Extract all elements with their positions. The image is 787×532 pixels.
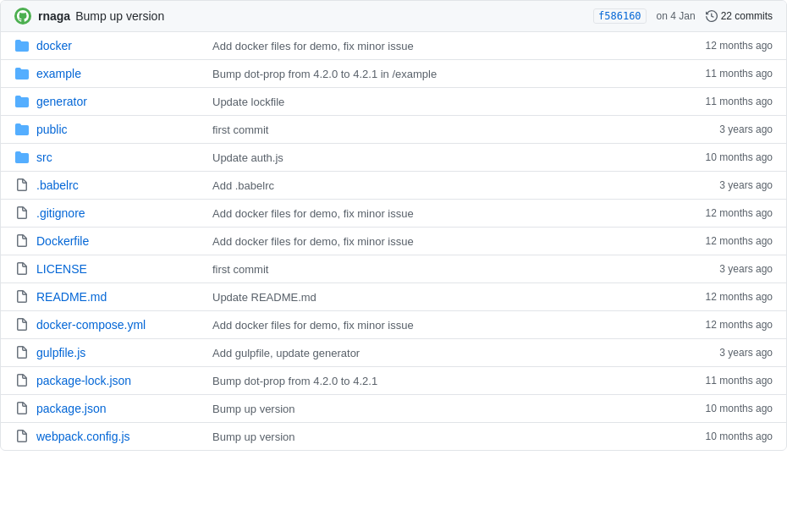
folder-icon bbox=[14, 94, 30, 109]
file-time: 11 months ago bbox=[671, 96, 773, 107]
file-commit-message: Add gulpfile, update generator bbox=[212, 347, 664, 359]
folder-icon bbox=[15, 151, 29, 164]
folder-icon bbox=[14, 66, 30, 81]
file-icon bbox=[14, 345, 30, 360]
file-time: 12 months ago bbox=[671, 207, 773, 219]
user-avatar bbox=[14, 8, 31, 25]
file-name[interactable]: src bbox=[36, 151, 206, 164]
file-name[interactable]: docker-compose.yml bbox=[36, 318, 206, 332]
repo-table: rnaga Bump up version f586160 on 4 Jan 2… bbox=[0, 0, 787, 451]
file-time: 11 months ago bbox=[671, 375, 773, 387]
table-row: generator Update lockfile 11 months ago bbox=[1, 88, 786, 116]
file-commit-message: Update auth.js bbox=[212, 151, 664, 164]
file-commit-message: Add docker files for demo, fix minor iss… bbox=[212, 207, 664, 220]
file-name[interactable]: generator bbox=[36, 95, 206, 108]
file-name[interactable]: webpack.config.js bbox=[36, 430, 206, 443]
file-commit-message: Bump dot-prop from 4.2.0 to 4.2.1 in /ex… bbox=[212, 68, 664, 80]
file-time: 10 months ago bbox=[671, 151, 773, 163]
file-name[interactable]: .babelrc bbox=[36, 178, 206, 192]
file-name[interactable]: LICENSE bbox=[36, 262, 206, 276]
file-time: 3 years ago bbox=[671, 179, 773, 191]
file-commit-message: first commit bbox=[212, 263, 664, 276]
folder-icon bbox=[15, 123, 29, 136]
file-icon bbox=[15, 402, 29, 415]
file-icon bbox=[15, 318, 29, 332]
file-time: 12 months ago bbox=[671, 291, 773, 303]
file-icon bbox=[15, 290, 29, 304]
file-rows-container: docker Add docker files for demo, fix mi… bbox=[1, 32, 786, 450]
file-time: 12 months ago bbox=[671, 40, 773, 52]
file-commit-message: Update README.md bbox=[212, 291, 664, 304]
file-time: 3 years ago bbox=[671, 263, 773, 275]
file-icon bbox=[14, 401, 30, 416]
file-name[interactable]: example bbox=[36, 67, 206, 80]
file-name[interactable]: .gitignore bbox=[36, 206, 206, 220]
folder-icon bbox=[15, 39, 29, 52]
file-commit-message: Add .babelrc bbox=[212, 179, 664, 192]
commit-message: Bump up version bbox=[75, 9, 164, 23]
table-row: README.md Update README.md 12 months ago bbox=[1, 283, 786, 311]
table-row: gulpfile.js Add gulpfile, update generat… bbox=[1, 339, 786, 367]
table-row: docker-compose.yml Add docker files for … bbox=[1, 311, 786, 339]
file-time: 12 months ago bbox=[671, 319, 773, 331]
file-commit-message: Add docker files for demo, fix minor iss… bbox=[212, 40, 664, 52]
file-commit-message: Update lockfile bbox=[212, 96, 664, 108]
file-icon bbox=[15, 374, 29, 387]
file-commit-message: Add docker files for demo, fix minor iss… bbox=[212, 319, 664, 332]
file-icon bbox=[15, 262, 29, 276]
commits-link[interactable]: 22 commits bbox=[706, 10, 773, 22]
table-row: .babelrc Add .babelrc 3 years ago bbox=[1, 172, 786, 200]
commit-user[interactable]: rnaga bbox=[38, 9, 70, 23]
file-icon bbox=[14, 317, 30, 332]
table-row: docker Add docker files for demo, fix mi… bbox=[1, 32, 786, 60]
folder-icon bbox=[14, 150, 30, 165]
file-name[interactable]: docker bbox=[36, 39, 206, 52]
file-icon bbox=[14, 206, 30, 221]
table-row: Dockerfile Add docker files for demo, fi… bbox=[1, 228, 786, 255]
file-icon bbox=[15, 178, 29, 192]
file-icon bbox=[15, 234, 29, 248]
table-row: public first commit 3 years ago bbox=[1, 116, 786, 144]
file-commit-message: Add docker files for demo, fix minor iss… bbox=[212, 235, 664, 248]
file-time: 10 months ago bbox=[671, 431, 773, 442]
file-icon bbox=[14, 233, 30, 249]
file-name[interactable]: gulpfile.js bbox=[36, 346, 206, 359]
table-row: src Update auth.js 10 months ago bbox=[1, 144, 786, 172]
file-time: 3 years ago bbox=[671, 123, 773, 135]
file-time: 11 months ago bbox=[671, 68, 773, 80]
file-name[interactable]: README.md bbox=[36, 290, 206, 304]
table-row: package-lock.json Bump dot-prop from 4.2… bbox=[1, 367, 786, 395]
folder-icon bbox=[15, 67, 29, 80]
table-row: package.json Bump up version 10 months a… bbox=[1, 395, 786, 423]
folder-icon bbox=[15, 95, 29, 108]
table-row: example Bump dot-prop from 4.2.0 to 4.2.… bbox=[1, 60, 786, 88]
table-row: webpack.config.js Bump up version 10 mon… bbox=[1, 423, 786, 450]
file-commit-message: Bump up version bbox=[212, 403, 664, 415]
file-icon bbox=[14, 373, 30, 388]
clock-icon bbox=[706, 10, 718, 22]
file-name[interactable]: package-lock.json bbox=[36, 374, 206, 387]
folder-icon bbox=[14, 38, 30, 53]
file-icon bbox=[15, 206, 29, 220]
file-name[interactable]: Dockerfile bbox=[36, 234, 206, 248]
file-name[interactable]: package.json bbox=[36, 402, 206, 415]
commit-hash[interactable]: f586160 bbox=[593, 8, 647, 24]
file-time: 3 years ago bbox=[671, 347, 773, 359]
commits-count: 22 commits bbox=[721, 10, 773, 22]
commit-date: on 4 Jan bbox=[657, 10, 696, 22]
file-name[interactable]: public bbox=[36, 123, 206, 136]
file-icon bbox=[15, 346, 29, 359]
folder-icon bbox=[14, 122, 30, 137]
table-row: LICENSE first commit 3 years ago bbox=[1, 255, 786, 283]
header-right: f586160 on 4 Jan 22 commits bbox=[593, 8, 773, 24]
file-time: 12 months ago bbox=[671, 235, 773, 247]
header-row: rnaga Bump up version f586160 on 4 Jan 2… bbox=[1, 1, 786, 32]
file-icon bbox=[14, 429, 30, 444]
file-commit-message: Bump dot-prop from 4.2.0 to 4.2.1 bbox=[212, 375, 664, 387]
commit-info: rnaga Bump up version bbox=[38, 9, 586, 23]
file-icon bbox=[14, 261, 30, 277]
file-icon bbox=[15, 430, 29, 443]
file-commit-message: first commit bbox=[212, 123, 664, 136]
file-icon bbox=[14, 178, 30, 193]
file-time: 10 months ago bbox=[671, 403, 773, 414]
